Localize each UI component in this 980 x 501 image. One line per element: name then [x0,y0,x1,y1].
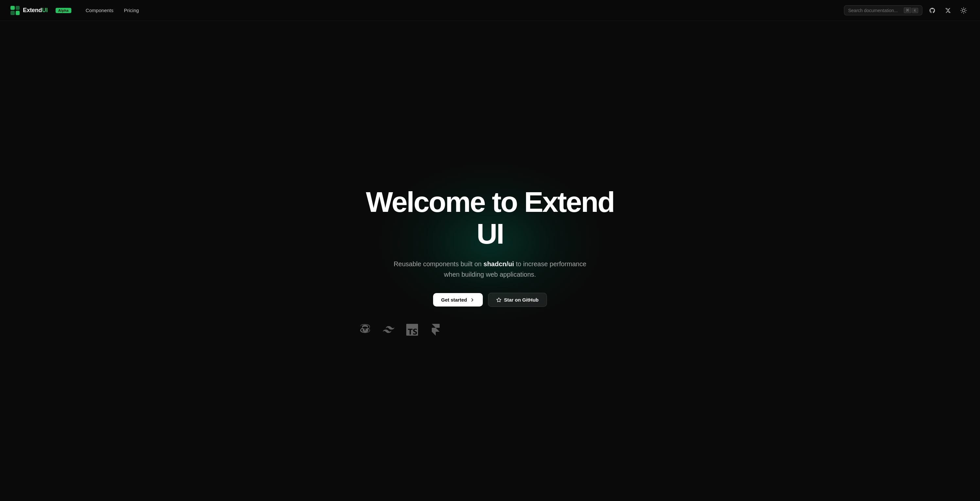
logo-icon-cell-1 [11,6,15,10]
tailwind-icon [383,324,395,336]
search-placeholder: Search documentation... [848,8,898,13]
hero-content: Welcome to Extend UI Reusable components… [359,186,621,336]
theme-icon [960,7,967,14]
search-modifier-key: ⌘ [904,8,911,13]
framer-icon [430,324,442,336]
star-icon [496,297,501,303]
navbar-left: ExtendUI Alpha Components Pricing [11,6,143,15]
typescript-icon [406,324,418,336]
nav-link-pricing[interactable]: Pricing [120,6,143,15]
theme-toggle-button[interactable] [958,5,969,16]
logo-icon-cell-2 [16,6,20,10]
github-icon-button[interactable] [926,5,938,16]
search-bar[interactable]: Search documentation... ⌘ K [844,5,923,15]
twitter-icon [945,8,951,13]
logo-link[interactable]: ExtendUI [11,6,48,15]
nav-links: Components Pricing [82,6,143,15]
logo-icon-cell-4 [16,11,20,15]
get-started-button[interactable]: Get started [433,293,482,306]
search-key: K [912,8,918,13]
tech-icons-row [359,324,621,336]
hero-subtitle-highlight: shadcn/ui [484,260,514,268]
star-github-label: Star on GitHub [504,297,539,303]
react-icon [359,324,371,336]
logo-text-highlight: UI [42,7,48,13]
github-icon [929,7,935,14]
search-shortcut: ⌘ K [904,8,918,13]
twitter-icon-button[interactable] [942,5,954,16]
hero-subtitle-before: Reusable components built on [393,260,484,268]
star-github-button[interactable]: Star on GitHub [488,293,547,307]
logo-icon [11,6,20,15]
navbar-right: Search documentation... ⌘ K [844,5,969,16]
navbar: ExtendUI Alpha Components Pricing Search… [0,0,980,21]
get-started-label: Get started [441,297,467,303]
alpha-badge: Alpha [56,8,71,13]
hero-section: Welcome to Extend UI Reusable components… [0,0,980,501]
svg-line-4 [965,12,966,13]
hero-title: Welcome to Extend UI [359,186,621,250]
nav-link-components[interactable]: Components [82,6,118,15]
svg-marker-9 [496,298,501,302]
svg-line-7 [962,12,962,13]
logo-text: ExtendUI [23,7,48,14]
hero-subtitle: Reusable components built on shadcn/ui t… [388,259,592,280]
svg-point-0 [963,9,965,11]
chevron-right-icon [470,297,475,303]
logo-icon-cell-3 [11,11,15,15]
hero-buttons: Get started Star on GitHub [359,293,621,307]
